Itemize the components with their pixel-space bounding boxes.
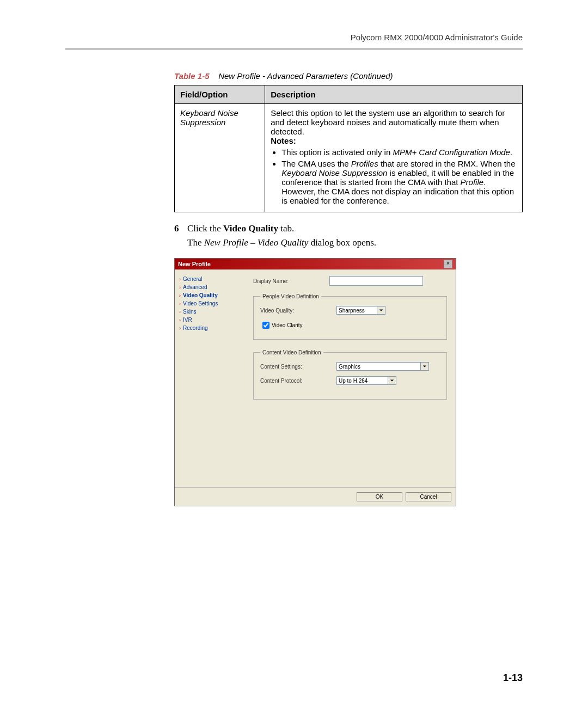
content-video-definition-fieldset: Content Video Definition Content Setting… [253, 350, 447, 400]
nav-label: Advanced [183, 284, 207, 290]
nav-video-quality[interactable]: ›Video Quality [179, 292, 244, 298]
dialog-title-bar: New Profile × [175, 259, 456, 269]
table-caption-title: New Profile - Advanced Parameters (Conti… [218, 71, 393, 81]
new-profile-dialog: New Profile × ›General ›Advanced ›Video … [174, 258, 456, 506]
dialog-buttons: OK Cancel [175, 487, 456, 506]
nav-label: Skins [183, 309, 196, 315]
video-quality-value: Sharpness [339, 308, 365, 314]
page-number: 1-13 [503, 672, 523, 684]
note1-post: . [510, 148, 512, 157]
col-description: Description [265, 85, 523, 104]
nav-label: IVR [183, 317, 192, 323]
display-name-label: Display Name: [253, 278, 329, 284]
nav-label: Video Settings [183, 301, 218, 307]
dialog-title: New Profile [178, 261, 211, 267]
content-protocol-row: Content Protocol: Up to H.264 [260, 376, 440, 385]
dropdown-button[interactable] [388, 377, 396, 384]
nav-general[interactable]: ›General [179, 276, 244, 282]
note-item: This option is activated only in MPM+ Ca… [281, 148, 517, 157]
dlg-sent-post: dialog box opens. [308, 237, 376, 248]
dropdown-button[interactable] [377, 307, 385, 314]
display-name-row: Display Name: [253, 276, 447, 286]
nav-label: Recording [183, 325, 208, 331]
cancel-button[interactable]: Cancel [406, 492, 451, 501]
nav-label: General [183, 276, 203, 282]
note2-em3: Profile [461, 177, 484, 187]
ok-button[interactable]: OK [357, 492, 402, 501]
dlg-sent-em: New Profile – Video Quality [204, 237, 309, 248]
note-item: The CMA uses the Profiles that are store… [281, 159, 517, 205]
chevron-right-icon: › [179, 285, 181, 290]
table-row: Keyboard Noise Suppression Select this o… [175, 104, 523, 212]
dlg-sent-pre: The [187, 237, 204, 248]
notes-label: Notes: [271, 136, 296, 145]
display-name-input[interactable] [329, 276, 423, 286]
header-rule [65, 48, 523, 50]
note2-b: that are stored in the RMX. When the [378, 159, 516, 168]
step-number: 6 [174, 223, 187, 234]
video-clarity-row: Video Clarity [260, 320, 440, 330]
step-text: Click the Video Quality tab. [187, 223, 294, 234]
note1-pre: This option is activated only in [281, 148, 393, 157]
description-cell: Select this option to let the system use… [265, 104, 523, 212]
chevron-right-icon: › [179, 317, 181, 323]
note2-a: The CMA uses the [281, 159, 351, 168]
page-header: Polycom RMX 2000/4000 Administrator's Gu… [65, 33, 523, 42]
content-protocol-label: Content Protocol: [260, 378, 336, 384]
step-pre: Click the [187, 223, 223, 234]
field-cell: Keyboard Noise Suppression [175, 104, 265, 212]
document-page: Polycom RMX 2000/4000 Administrator's Gu… [0, 0, 588, 711]
notes-list: This option is activated only in MPM+ Ca… [271, 148, 517, 205]
dialog-open-text: The New Profile – Video Quality dialog b… [187, 237, 523, 248]
desc-text: Select this option to let the system use… [271, 108, 505, 136]
table-header-row: Field/Option Description [175, 85, 523, 104]
chevron-right-icon: › [179, 326, 181, 331]
close-button[interactable]: × [444, 260, 452, 268]
video-quality-select[interactable]: Sharpness [336, 306, 385, 315]
chevron-right-icon: › [179, 293, 181, 298]
note2-em2: Keyboard Noise Suppression [281, 168, 387, 177]
fs-content-legend: Content Video Definition [260, 350, 323, 356]
video-clarity-checkbox[interactable] [262, 322, 270, 329]
nav-label: Video Quality [183, 292, 218, 298]
chevron-down-icon [422, 364, 427, 369]
content-settings-value: Graphics [339, 364, 360, 370]
table-caption: Table 1-5 New Profile - Advanced Paramet… [174, 71, 523, 81]
nav-skins[interactable]: ›Skins [179, 309, 244, 315]
content-protocol-select[interactable]: Up to H.264 [336, 376, 396, 385]
nav-ivr[interactable]: ›IVR [179, 317, 244, 323]
chevron-down-icon [390, 378, 394, 383]
parameters-table: Field/Option Description Keyboard Noise … [174, 85, 523, 212]
step-post: tab. [278, 223, 294, 234]
table-caption-label: Table 1-5 [174, 71, 209, 81]
dropdown-button[interactable] [420, 363, 428, 370]
nav-recording[interactable]: ›Recording [179, 325, 244, 331]
chevron-down-icon [379, 308, 383, 312]
fs-people-legend: People Video Definition [260, 293, 321, 299]
col-field: Field/Option [175, 85, 265, 104]
video-quality-label: Video Quality: [260, 308, 336, 314]
content-settings-label: Content Settings: [260, 364, 336, 370]
step-6: 6 Click the Video Quality tab. [174, 223, 523, 234]
people-video-definition-fieldset: People Video Definition Video Quality: S… [253, 293, 447, 340]
content-settings-row: Content Settings: Graphics [260, 362, 440, 371]
video-quality-row: Video Quality: Sharpness [260, 306, 440, 315]
note2-em1: Profiles [351, 159, 378, 168]
chevron-right-icon: › [179, 301, 181, 307]
video-clarity-label: Video Clarity [272, 322, 303, 328]
note1-em: MPM+ Card Configuration Mode [393, 148, 510, 157]
nav-video-settings[interactable]: ›Video Settings [179, 301, 244, 307]
dialog-main: Display Name: People Video Definition Vi… [249, 269, 456, 487]
chevron-right-icon: › [179, 277, 181, 282]
step-bold: Video Quality [223, 223, 278, 234]
content-protocol-value: Up to H.264 [339, 378, 367, 384]
chevron-right-icon: › [179, 309, 181, 315]
content-settings-select[interactable]: Graphics [336, 362, 429, 371]
content-area: Table 1-5 New Profile - Advanced Paramet… [174, 71, 523, 506]
dialog-body: ›General ›Advanced ›Video Quality ›Video… [175, 269, 456, 487]
dialog-nav: ›General ›Advanced ›Video Quality ›Video… [175, 269, 249, 487]
nav-advanced[interactable]: ›Advanced [179, 284, 244, 290]
